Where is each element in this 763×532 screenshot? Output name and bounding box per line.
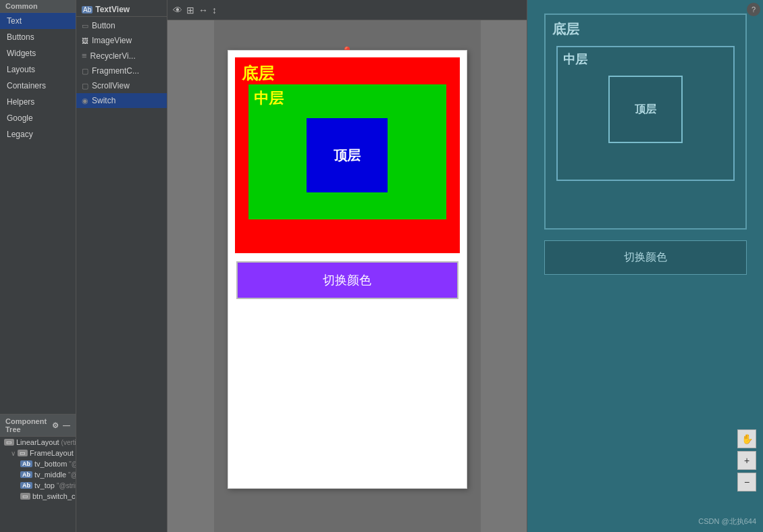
center-canvas-area: 👁 ⊞ ↔ ↕ 📍 底层 中层: [167, 0, 527, 532]
gear-icon[interactable]: ⚙: [52, 421, 59, 430]
flyout-header: TextView: [76, 3, 167, 17]
tree-item-tv-bottom[interactable]: Ab tv_bottom "@string/...": [0, 458, 76, 469]
imageview-label: ImageView: [92, 36, 132, 45]
eye-icon[interactable]: 👁: [173, 5, 182, 16]
tree-item-tv-top[interactable]: Ab tv_top "@string/top": [0, 480, 76, 491]
framelayout-label: FrameLayout: [30, 449, 74, 457]
palette-item-widgets[interactable]: Widgets: [0, 45, 76, 61]
tree-item-linearlayout[interactable]: ▭ LinearLayout (vertical): [0, 437, 76, 448]
zoom-in-button[interactable]: +: [737, 451, 756, 470]
right-bottom-icons: ✋ + −: [737, 429, 756, 491]
flyout-scrollview[interactable]: ScrollView: [76, 78, 167, 93]
button-icon: [82, 21, 88, 30]
palette-flyout: TextView Button ImageView RecyclerVi... …: [76, 0, 167, 532]
common-section-header: Common: [0, 0, 76, 13]
linearlayout-meta: (vertical): [61, 439, 76, 446]
palette-item-layouts[interactable]: Layouts: [0, 61, 76, 78]
tv-middle-tag: Ab: [20, 471, 32, 478]
text-item-label: Text: [7, 16, 22, 26]
top-layer: 顶层: [307, 118, 388, 192]
tv-bottom-label: tv_bottom: [34, 460, 67, 468]
legacy-item-label: Legacy: [7, 130, 33, 139]
recyclerview-label: RecyclerVi...: [90, 51, 136, 61]
imageview-icon: [82, 36, 88, 45]
palette-item-google[interactable]: Google: [0, 110, 76, 126]
palette-item-helpers[interactable]: Helpers: [0, 94, 76, 110]
tree-item-tv-middle[interactable]: Ab tv_middle "@strin...": [0, 469, 76, 480]
tv-top-meta: "@string/top": [57, 482, 76, 489]
right-panel-preview: ? 底层 中层 顶层 切换颜色 ✋ + − CSDN @北执644: [527, 0, 763, 532]
canvas-area: 📍 底层 中层 顶层: [214, 20, 481, 532]
tv-top-tag: Ab: [20, 482, 32, 489]
tree-header: Component Tree ⚙ —: [0, 415, 76, 437]
textview-icon: [82, 5, 93, 14]
bottom-layer-label: 底层: [242, 63, 274, 84]
expand-icon: ∨: [11, 450, 16, 457]
preview-switch-button[interactable]: 切换颜色: [544, 240, 747, 275]
palette-item-legacy[interactable]: Legacy: [0, 126, 76, 142]
bottom-layer: 底层 中层 顶层: [235, 57, 460, 253]
minus-icon[interactable]: —: [63, 421, 70, 430]
layouts-item-label: Layouts: [7, 65, 35, 74]
hand-icon-button[interactable]: ✋: [737, 429, 756, 448]
phone-content: 底层 中层 顶层 切换颜色: [228, 51, 467, 488]
phone-mockup: 底层 中层 顶层 切换颜色: [228, 50, 467, 489]
palette-panel: Common Text Buttons Widgets Layouts Cont…: [0, 0, 76, 532]
linearlayout-tag: ▭: [4, 439, 14, 446]
preview-middle-layer: 中层 顶层: [556, 46, 735, 181]
arrows-h-icon[interactable]: ↔: [199, 5, 208, 16]
flyout-recyclerview[interactable]: RecyclerVi...: [76, 48, 167, 63]
tree-header-icons: ⚙ —: [52, 421, 70, 430]
flyout-title: TextView: [95, 5, 130, 14]
btn-switch-tag: ▭: [20, 493, 30, 500]
palette-item-containers[interactable]: Containers: [0, 78, 76, 94]
switch-label: Switch: [92, 96, 115, 105]
help-button[interactable]: ?: [747, 3, 760, 16]
palette-item-text[interactable]: Text: [0, 13, 76, 29]
tv-middle-meta: "@strin...": [68, 471, 76, 479]
buttons-item-label: Buttons: [7, 32, 34, 42]
middle-layer-label: 中层: [254, 88, 284, 109]
preview-bottom-label: 底层: [552, 20, 579, 38]
preview-top-layer: 顶层: [608, 76, 683, 143]
csdn-watermark: CSDN @北执644: [698, 516, 756, 527]
fragment-label: FragmentC...: [92, 66, 139, 76]
columns-icon[interactable]: ⊞: [186, 5, 194, 16]
tv-middle-label: tv_middle: [34, 471, 66, 479]
flyout-imageview[interactable]: ImageView: [76, 33, 167, 48]
middle-layer: 中层 顶层: [248, 84, 446, 219]
fragment-icon: [82, 66, 88, 76]
arrows-v-icon[interactable]: ↕: [212, 5, 217, 16]
recyclerview-icon: [82, 51, 87, 61]
google-item-label: Google: [7, 113, 33, 123]
design-toolbar: 👁 ⊞ ↔ ↕: [167, 0, 527, 20]
containers-item-label: Containers: [7, 81, 46, 90]
scrollview-label: ScrollView: [92, 81, 130, 90]
tv-bottom-tag: Ab: [20, 460, 32, 467]
button-label: Button: [92, 21, 115, 30]
preview-bottom-layer: 底层 中层 顶层: [544, 14, 747, 230]
tree-item-btn-switch-color[interactable]: ▭ btn_switch_color "@..." ⚠: [0, 491, 76, 502]
helpers-item-label: Helpers: [7, 97, 34, 107]
tree-item-framelayout[interactable]: ∨ ▭ FrameLayout: [0, 448, 76, 458]
widgets-item-label: Widgets: [7, 49, 36, 58]
switch-icon: [82, 96, 88, 105]
preview-top-label: 顶层: [635, 103, 656, 117]
component-tree: Component Tree ⚙ — ▭ LinearLayout (verti…: [0, 414, 76, 532]
scrollview-icon: [82, 81, 88, 90]
palette-item-buttons[interactable]: Buttons: [0, 29, 76, 45]
linearlayout-label: LinearLayout: [16, 438, 59, 446]
palette-section: Common Text Buttons Widgets Layouts Cont…: [0, 0, 76, 414]
top-layer-label: 顶层: [334, 147, 361, 165]
flyout-fragment[interactable]: FragmentC...: [76, 63, 167, 78]
tv-top-label: tv_top: [34, 481, 55, 489]
tree-title: Component Tree: [5, 417, 52, 433]
flyout-switch[interactable]: Switch: [76, 93, 167, 108]
zoom-out-button[interactable]: −: [737, 473, 756, 491]
flyout-button[interactable]: Button: [76, 18, 167, 33]
preview-middle-label: 中层: [563, 51, 587, 68]
tv-bottom-meta: "@string/...": [69, 460, 76, 468]
framelayout-tag: ▭: [18, 450, 28, 456]
switch-color-button[interactable]: 切换颜色: [236, 261, 458, 299]
btn-switch-label: btn_switch_color: [32, 492, 76, 500]
